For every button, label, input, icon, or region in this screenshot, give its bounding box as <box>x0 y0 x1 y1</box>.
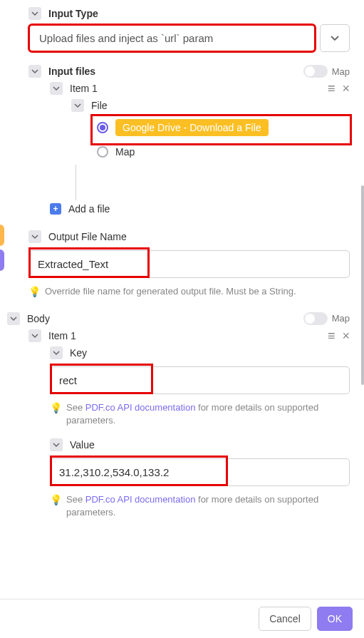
key-hint-prefix: See <box>66 402 85 413</box>
collapse-toggle-file[interactable] <box>71 99 84 112</box>
body-item1-menu-icon[interactable]: ≡ <box>328 329 336 342</box>
collapse-toggle-body[interactable] <box>7 312 20 325</box>
radio-google-drive[interactable] <box>97 122 108 133</box>
input-type-caret[interactable] <box>320 24 350 52</box>
ok-button[interactable]: OK <box>317 607 353 631</box>
collapse-toggle-key[interactable] <box>50 346 63 359</box>
side-tab-purple <box>0 249 4 271</box>
tree-connector <box>76 165 350 200</box>
item1-remove-icon[interactable]: × <box>342 82 350 95</box>
key-input[interactable] <box>50 366 350 394</box>
collapse-toggle-input-files[interactable] <box>28 65 41 78</box>
item1-label: Item 1 <box>70 83 98 94</box>
add-file-button[interactable]: + <box>50 203 61 215</box>
footer: Cancel OK <box>0 599 364 638</box>
input-type-select[interactable]: Upload files and inject as `url` param <box>28 24 316 52</box>
body-map-switch[interactable] <box>303 312 328 325</box>
output-filename-input[interactable] <box>28 250 350 278</box>
side-tab-orange <box>0 225 4 246</box>
value-label: Value <box>70 439 95 451</box>
cancel-button[interactable]: Cancel <box>259 607 311 631</box>
input-files-label: Input files <box>48 66 95 77</box>
value-hint-link[interactable]: PDF.co API documentation <box>85 494 196 505</box>
input-type-value: Upload files and inject as `url` param <box>39 32 213 44</box>
output-filename-label: Output File Name <box>48 231 127 242</box>
bulb-icon: 💡 <box>50 401 62 416</box>
collapse-toggle-item1[interactable] <box>50 82 63 95</box>
value-input[interactable] <box>50 458 350 486</box>
collapse-toggle-body-item1[interactable] <box>28 329 41 342</box>
input-files-map-label: Map <box>332 66 350 77</box>
radio-map-label: Map <box>115 146 135 158</box>
file-label: File <box>91 100 108 111</box>
radio-map[interactable] <box>97 146 108 158</box>
key-hint-link[interactable]: PDF.co API documentation <box>85 402 196 413</box>
bulb-icon: 💡 <box>28 285 41 299</box>
input-type-label: Input Type <box>48 8 98 19</box>
value-hint-prefix: See <box>66 494 85 505</box>
body-item1-remove-icon[interactable]: × <box>342 329 350 342</box>
radio-google-drive-label: Google Drive - Download a File <box>115 119 269 136</box>
form-content: Input Type Upload files and inject as `u… <box>0 0 364 599</box>
add-file-label: Add a file <box>68 203 110 215</box>
collapse-toggle-output-filename[interactable] <box>28 230 41 243</box>
collapse-toggle-input-type[interactable] <box>28 7 41 20</box>
output-filename-hint: Override file name for generated output … <box>45 285 296 298</box>
item1-menu-icon[interactable]: ≡ <box>328 82 336 95</box>
body-item1-label: Item 1 <box>48 330 76 341</box>
body-label: Body <box>27 313 50 324</box>
body-map-label: Map <box>332 313 350 324</box>
bulb-icon: 💡 <box>50 493 62 508</box>
collapse-toggle-value[interactable] <box>50 438 63 451</box>
key-label: Key <box>70 347 87 359</box>
input-files-map-switch[interactable] <box>303 65 328 78</box>
scrollbar[interactable] <box>361 185 364 385</box>
